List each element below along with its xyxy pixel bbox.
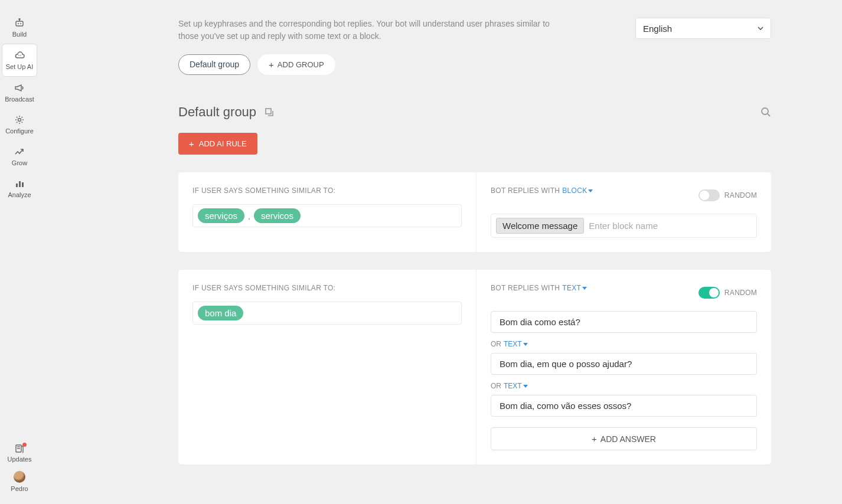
sidebar: Build Set Up AI Broadcast Configure Grow bbox=[0, 0, 39, 504]
sidebar-user[interactable]: Pedro bbox=[11, 471, 28, 492]
sidebar-item-label: Build bbox=[12, 31, 27, 38]
language-value: English bbox=[643, 24, 672, 34]
random-toggle[interactable] bbox=[699, 287, 720, 299]
group-tab-default[interactable]: Default group bbox=[178, 54, 250, 75]
reply-type-dropdown[interactable]: TEXT bbox=[562, 284, 587, 292]
chevron-down-icon bbox=[758, 27, 763, 30]
answer-input[interactable]: Bom dia, como vão esses ossos? bbox=[491, 395, 757, 417]
sidebar-item-label: Grow bbox=[12, 159, 27, 166]
add-group-button[interactable]: + ADD GROUP bbox=[257, 54, 335, 75]
sidebar-item-label: Broadcast bbox=[5, 96, 34, 103]
phrase-tag[interactable]: bom dia bbox=[198, 306, 243, 320]
reply-type-dropdown[interactable]: TEXT bbox=[504, 382, 528, 390]
sidebar-item-label: Configure bbox=[5, 127, 34, 135]
megaphone-icon bbox=[14, 83, 25, 93]
or-label: OR TEXT bbox=[491, 382, 757, 390]
sidebar-item-label: Analyze bbox=[8, 191, 31, 198]
avatar bbox=[14, 471, 25, 483]
svg-point-4 bbox=[19, 19, 20, 20]
sidebar-updates[interactable]: Updates bbox=[8, 444, 32, 463]
section-title: Default group bbox=[178, 104, 256, 120]
sidebar-item-build[interactable]: Build bbox=[2, 12, 37, 44]
plus-icon: + bbox=[189, 139, 194, 149]
random-label: RANDOM bbox=[724, 289, 757, 297]
random-toggle[interactable] bbox=[699, 189, 720, 201]
sidebar-item-broadcast[interactable]: Broadcast bbox=[2, 77, 37, 109]
svg-rect-9 bbox=[19, 181, 21, 187]
or-label: OR TEXT bbox=[491, 340, 757, 348]
sidebar-item-label: Set Up AI bbox=[6, 63, 33, 70]
add-rule-label: ADD AI RULE bbox=[199, 139, 247, 148]
add-group-label: ADD GROUP bbox=[278, 60, 324, 69]
reply-type-dropdown[interactable]: BLOCK bbox=[562, 186, 593, 195]
svg-rect-8 bbox=[16, 184, 18, 187]
separator: , bbox=[247, 211, 252, 221]
svg-point-2 bbox=[20, 23, 21, 24]
main-content: Set up keyphrases and the corresponding … bbox=[39, 0, 842, 504]
phrase-input[interactable]: bom dia bbox=[192, 302, 462, 325]
phrase-tag[interactable]: serviços bbox=[198, 208, 244, 223]
sidebar-updates-label: Updates bbox=[8, 456, 32, 463]
answer-input[interactable]: Bom dia, em que o posso ajudar? bbox=[491, 353, 757, 375]
search-icon[interactable] bbox=[761, 107, 771, 117]
reply-type-dropdown[interactable]: TEXT bbox=[504, 340, 528, 348]
ai-rule-card: IF USER SAYS SOMETHING SIMILAR TO: servi… bbox=[178, 172, 771, 252]
ai-rule-card: IF USER SAYS SOMETHING SIMILAR TO: bom d… bbox=[178, 270, 771, 464]
phrase-input[interactable]: serviços , servicos bbox=[192, 204, 462, 227]
svg-rect-14 bbox=[266, 109, 271, 114]
group-tab-label: Default group bbox=[190, 60, 239, 69]
sidebar-item-grow[interactable]: Grow bbox=[2, 140, 37, 172]
plus-icon: + bbox=[269, 60, 274, 70]
user-name: Pedro bbox=[11, 485, 28, 492]
svg-point-15 bbox=[762, 108, 768, 114]
block-tag[interactable]: Welcome message bbox=[496, 218, 584, 234]
svg-rect-0 bbox=[16, 21, 23, 26]
svg-rect-10 bbox=[22, 182, 24, 187]
expand-icon[interactable] bbox=[265, 107, 274, 117]
bot-replies-label: BOT REPLIES WITH BLOCK bbox=[491, 186, 593, 195]
phrase-tag[interactable]: servicos bbox=[254, 208, 301, 223]
language-select[interactable]: English bbox=[635, 18, 771, 39]
if-user-says-label: IF USER SAYS SOMETHING SIMILAR TO: bbox=[192, 186, 462, 195]
grow-icon bbox=[14, 146, 25, 157]
sidebar-item-setup-ai[interactable]: Set Up AI bbox=[2, 44, 37, 77]
notification-dot bbox=[22, 443, 27, 447]
add-ai-rule-button[interactable]: + ADD AI RULE bbox=[178, 133, 257, 155]
sidebar-item-analyze[interactable]: Analyze bbox=[2, 172, 37, 204]
answer-input[interactable]: Bom dia como está? bbox=[491, 311, 757, 333]
svg-point-7 bbox=[18, 119, 21, 122]
svg-line-16 bbox=[768, 114, 770, 116]
add-answer-label: ADD ANSWER bbox=[601, 434, 656, 444]
add-answer-button[interactable]: + ADD ANSWER bbox=[491, 427, 757, 450]
svg-point-1 bbox=[18, 23, 19, 24]
plus-icon: + bbox=[592, 434, 597, 444]
gear-icon bbox=[15, 114, 24, 125]
svg-point-5 bbox=[18, 55, 19, 56]
sidebar-item-configure[interactable]: Configure bbox=[2, 109, 37, 140]
robot-icon bbox=[14, 18, 25, 28]
updates-icon bbox=[15, 444, 24, 453]
random-label: RANDOM bbox=[724, 191, 757, 199]
svg-point-6 bbox=[20, 55, 21, 56]
chart-icon bbox=[15, 178, 24, 189]
if-user-says-label: IF USER SAYS SOMETHING SIMILAR TO: bbox=[192, 284, 462, 292]
block-placeholder: Enter block name bbox=[589, 221, 752, 231]
cloud-ai-icon bbox=[14, 50, 25, 61]
block-input[interactable]: Welcome message Enter block name bbox=[491, 214, 757, 238]
bot-replies-label: BOT REPLIES WITH TEXT bbox=[491, 284, 587, 292]
page-description: Set up keyphrases and the corresponding … bbox=[178, 18, 568, 42]
